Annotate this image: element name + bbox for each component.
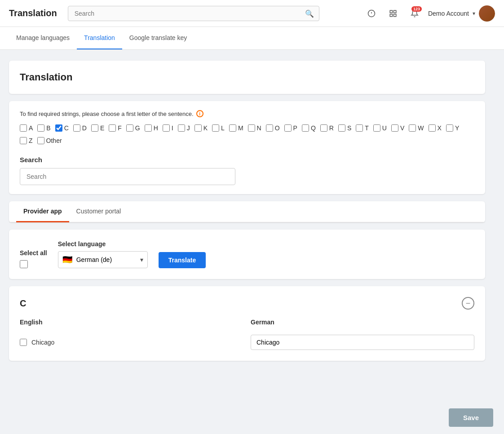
letter-checkbox-s[interactable] [338, 124, 345, 132]
letter-label-w[interactable]: W [418, 124, 424, 132]
letter-label-v[interactable]: V [400, 124, 404, 132]
letter-checkbox-z[interactable] [20, 137, 27, 144]
subnav-translation[interactable]: Translation [77, 27, 122, 49]
english-col-header: English [20, 319, 243, 326]
letter-item-w: W [409, 124, 424, 132]
letter-item-r: R [320, 124, 334, 132]
letter-checkbox-l[interactable] [212, 124, 219, 132]
letter-item-g: G [126, 124, 140, 132]
lang-controls: Select all Select language 🇩🇪 German (de… [20, 240, 474, 268]
table-row: Chicago [20, 335, 474, 350]
letter-label-o[interactable]: O [275, 124, 280, 132]
tab-customer-portal[interactable]: Customer portal [69, 201, 128, 222]
lang-section: Select all Select language 🇩🇪 German (de… [9, 230, 485, 279]
letter-item-x: X [429, 124, 442, 132]
filter-info-icon[interactable]: i [196, 110, 203, 117]
letter-label-r[interactable]: R [329, 124, 334, 132]
letter-label-p[interactable]: P [293, 124, 297, 132]
letter-label-other[interactable]: Other [46, 137, 62, 144]
letter-label-j[interactable]: J [187, 124, 190, 132]
row-checkbox[interactable] [20, 339, 27, 346]
letter-label-f[interactable]: F [118, 124, 122, 132]
letter-checkbox-q[interactable] [302, 124, 309, 132]
letter-checkbox-i[interactable] [163, 124, 170, 132]
letter-label-e[interactable]: E [100, 124, 104, 132]
letter-label-t[interactable]: T [365, 124, 369, 132]
letter-label-n[interactable]: N [257, 124, 261, 132]
letter-checkbox-b[interactable] [37, 124, 44, 132]
letter-label-m[interactable]: M [238, 124, 243, 132]
letter-checkbox-g[interactable] [126, 124, 133, 132]
letter-label-g[interactable]: G [135, 124, 140, 132]
info-button[interactable] [363, 5, 380, 22]
letter-label-s[interactable]: S [347, 124, 351, 132]
letter-checkbox-o[interactable] [266, 124, 273, 132]
letter-label-c[interactable]: C [64, 124, 69, 132]
letter-item-b: B [37, 124, 50, 132]
filter-hint: To find required strings, please choose … [20, 110, 474, 117]
letter-item-p: P [284, 124, 297, 132]
user-name: Demo Account [428, 10, 469, 17]
letter-checkbox-n[interactable] [248, 124, 255, 132]
letter-checkbox-r[interactable] [320, 124, 327, 132]
letter-checkbox-d[interactable] [73, 124, 80, 132]
letter-label-x[interactable]: X [438, 124, 442, 132]
tabs-bar: Provider app Customer portal [9, 201, 485, 222]
letter-checkbox-c[interactable] [55, 124, 62, 132]
subnav-manage-languages[interactable]: Manage languages [9, 27, 77, 49]
letter-checkbox-m[interactable] [229, 124, 236, 132]
letter-label-h[interactable]: H [154, 124, 158, 132]
user-area[interactable]: Demo Account ▾ [428, 5, 495, 22]
subnav-google-translate[interactable]: Google translate key [122, 27, 194, 49]
letter-checkbox-e[interactable] [91, 124, 98, 132]
select-all-checkbox[interactable] [20, 260, 28, 268]
letter-checkbox-w[interactable] [409, 124, 416, 132]
letter-label-z[interactable]: Z [29, 137, 33, 144]
grid-button[interactable] [385, 5, 401, 22]
letter-item-c: C [55, 124, 69, 132]
letter-checkbox-other[interactable] [37, 137, 44, 144]
letter-label-b[interactable]: B [46, 124, 50, 132]
title-card: Translation [9, 61, 485, 94]
lang-select-wrap: Select language 🇩🇪 German (de) ▾ [58, 240, 148, 268]
collapse-icon[interactable]: − [462, 297, 474, 310]
letter-label-y[interactable]: Y [455, 124, 459, 132]
page-title: Translation [20, 71, 474, 83]
letter-checkbox-j[interactable] [178, 124, 185, 132]
letter-checkbox-y[interactable] [446, 124, 453, 132]
letter-checkbox-a[interactable] [20, 124, 27, 132]
english-item: Chicago [20, 339, 243, 346]
letter-label-d[interactable]: D [82, 124, 87, 132]
letter-item-u: U [373, 124, 387, 132]
letter-checkbox-t[interactable] [356, 124, 363, 132]
german-input[interactable] [251, 335, 474, 350]
letter-item-j: J [178, 124, 190, 132]
letter-section-header: C − [20, 297, 474, 310]
letter-checkbox-v[interactable] [391, 124, 398, 132]
nav-search-input[interactable] [68, 6, 319, 21]
letter-checkbox-u[interactable] [373, 124, 380, 132]
letter-label-u[interactable]: U [382, 124, 387, 132]
search-input[interactable] [20, 168, 235, 185]
letter-label-a[interactable]: A [29, 124, 33, 132]
letter-checkbox-x[interactable] [429, 124, 436, 132]
language-select[interactable]: German (de) [58, 251, 148, 268]
filter-card: To find required strings, please choose … [9, 101, 485, 194]
tab-provider-app[interactable]: Provider app [16, 201, 69, 222]
translate-button[interactable]: Translate [159, 252, 206, 268]
letter-item-o: O [266, 124, 280, 132]
letter-item-z: Z [20, 137, 33, 144]
letter-label-k[interactable]: K [203, 124, 208, 132]
letter-checkbox-h[interactable] [145, 124, 152, 132]
notification-button[interactable]: 123 [407, 5, 423, 22]
tabs-card: Provider app Customer portal [9, 201, 485, 222]
german-col-header: German [251, 319, 474, 326]
letter-label-q[interactable]: Q [311, 124, 316, 132]
letter-checkbox-p[interactable] [284, 124, 292, 132]
letter-checkbox-f[interactable] [109, 124, 116, 132]
letter-label-i[interactable]: I [172, 124, 173, 132]
letter-label-l[interactable]: L [221, 124, 225, 132]
letter-checkbox-k[interactable] [195, 124, 202, 132]
select-all-label: Select all [20, 249, 47, 257]
letter-item-s: S [338, 124, 351, 132]
